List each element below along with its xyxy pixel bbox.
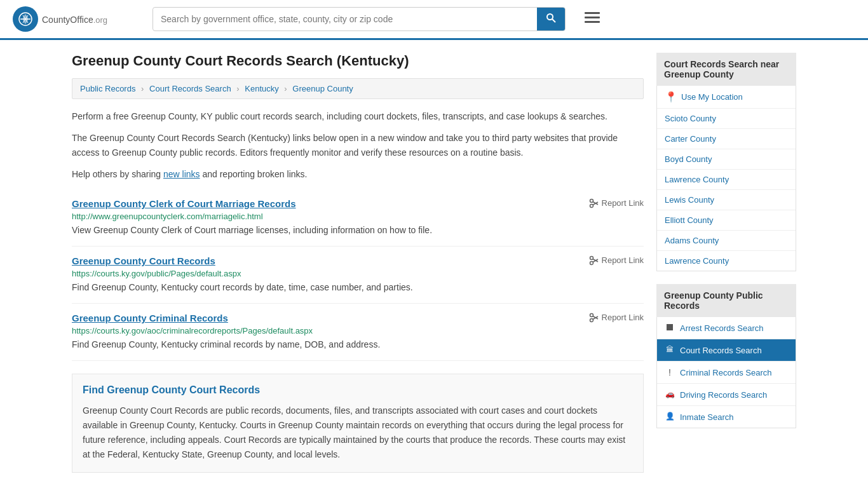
nearby-header: Court Records Search near Greenup County [656,53,796,86]
breadcrumb-public-records[interactable]: Public Records [80,84,135,93]
logo-name: CountyOffice.org [42,13,107,26]
list-item[interactable]: Lewis County [657,190,796,210]
svg-line-5 [552,19,555,22]
driving-icon: 🚗 [665,390,675,400]
record-url: http://www.greenupcountyclerk.com/marria… [72,212,644,221]
breadcrumb: Public Records › Court Records Search › … [72,78,644,99]
scissors-icon [589,255,599,266]
report-link[interactable]: Report Link [589,313,644,323]
breadcrumb-court-records-search[interactable]: Court Records Search [149,84,231,93]
court-icon: 🏛 [665,345,675,355]
location-icon: 📍 [665,91,677,103]
list-item[interactable]: Boyd County [657,149,796,170]
sidebar-item-inmate-search[interactable]: 👤 Inmate Search [657,406,796,428]
record-title[interactable]: Greenup County Clerk of Court Marriage R… [72,198,296,209]
description-2: The Greenup County Court Records Search … [72,131,644,159]
record-description: Find Greenup County, Kentucky criminal r… [72,338,644,351]
list-item[interactable]: Scioto County [657,109,796,129]
record-item: Greenup County Criminal Records Report L… [72,304,644,361]
svg-point-14 [590,261,593,264]
record-url: https://courts.ky.gov/public/Pages/defau… [72,269,644,278]
nearby-section: Court Records Search near Greenup County… [656,53,796,271]
use-location-item[interactable]: 📍 Use My Location [657,86,796,109]
page-title: Greenup County Court Records Search (Ken… [72,53,644,69]
report-link[interactable]: Report Link [589,255,644,266]
svg-point-9 [590,199,593,202]
search-bar[interactable] [153,7,566,31]
breadcrumb-greenup-county[interactable]: Greenup County [292,84,353,93]
find-section-text: Greenup County Court Records are public … [83,403,633,462]
sidebar-item-driving-records[interactable]: 🚗 Driving Records Search [657,384,796,406]
record-url: https://courts.ky.gov/aoc/criminalrecord… [72,326,644,336]
sidebar-item-criminal-records[interactable]: ! Criminal Records Search [657,362,796,384]
list-item[interactable]: Lawrence County [657,251,796,271]
main-container: Greenup County Court Records Search (Ken… [59,40,809,485]
record-title[interactable]: Greenup County Court Records [72,255,215,266]
sidebar: Court Records Search near Greenup County… [656,53,796,473]
logo[interactable]: CountyOffice.org [13,6,140,32]
sidebar-item-court-records[interactable]: 🏛 Court Records Search [657,339,796,362]
criminal-icon: ! [665,367,675,377]
record-title[interactable]: Greenup County Criminal Records [72,313,228,323]
record-item: Greenup County Court Records Report Link… [72,247,644,304]
public-records-section: Greenup County Public Records Arrest Rec… [656,284,796,428]
record-item: Greenup County Clerk of Court Marriage R… [72,189,644,247]
record-description: View Greenup County Clerk of Court marri… [72,224,644,237]
list-item[interactable]: Carter County [657,129,796,149]
main-content: Greenup County Court Records Search (Ken… [72,53,644,473]
scissors-icon [589,313,599,323]
find-section: Find Greenup County Court Records Greenu… [72,374,644,473]
search-button[interactable] [537,8,565,30]
record-description: Find Greenup County, Kentucky court reco… [72,281,644,294]
svg-point-17 [590,313,593,316]
logo-icon [13,6,38,32]
description-1: Perform a free Greenup County, KY public… [72,109,644,123]
arrest-icon [665,323,675,333]
svg-rect-8 [585,21,600,23]
nearby-list: 📍 Use My Location Scioto County Carter C… [656,86,796,271]
scissors-icon [589,198,599,208]
svg-rect-7 [585,17,600,18]
svg-point-10 [590,204,593,207]
description-3: Help others by sharing new links and rep… [72,167,644,181]
list-item[interactable]: Lawrence County [657,170,796,190]
report-link[interactable]: Report Link [589,198,644,208]
breadcrumb-kentucky[interactable]: Kentucky [245,84,278,93]
menu-icon[interactable] [585,11,600,27]
find-section-title: Find Greenup County Court Records [83,384,633,396]
new-links-link[interactable]: new links [163,169,200,179]
records-list: Greenup County Clerk of Court Marriage R… [72,189,644,361]
svg-point-4 [547,14,553,20]
public-records-list: Arrest Records Search 🏛 Court Records Se… [656,317,796,428]
public-records-header: Greenup County Public Records [656,284,796,317]
svg-rect-6 [585,12,600,14]
inmate-icon: 👤 [665,412,675,422]
use-my-location-link[interactable]: Use My Location [681,92,743,102]
site-header: CountyOffice.org [0,0,868,40]
list-item[interactable]: Elliott County [657,210,796,231]
sidebar-item-arrest-records[interactable]: Arrest Records Search [657,317,796,339]
svg-point-13 [590,256,593,259]
list-item[interactable]: Adams County [657,231,796,251]
svg-point-18 [590,318,593,322]
search-input[interactable] [153,9,537,29]
